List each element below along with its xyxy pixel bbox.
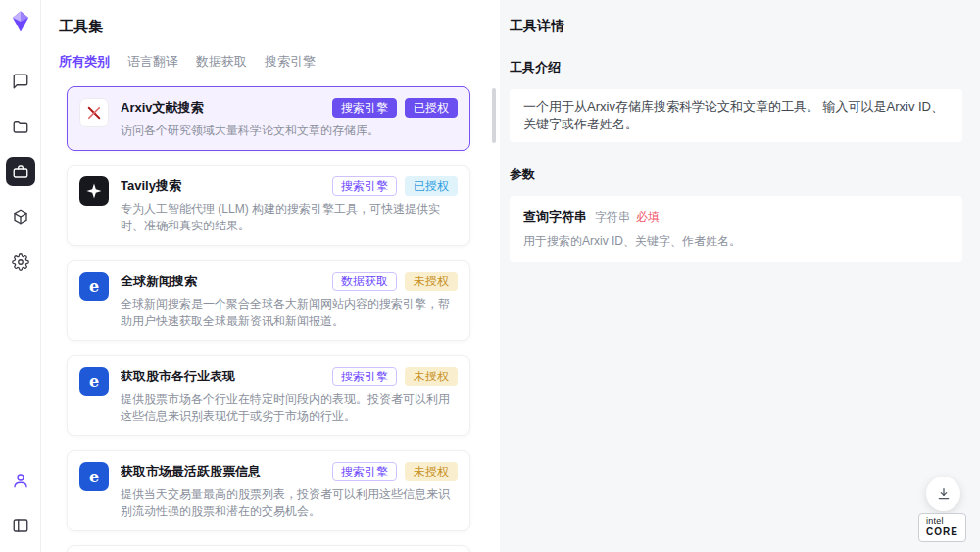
tool-category-badge: 搜索引擎 [332, 462, 397, 481]
tool-auth-badge: 未授权 [405, 272, 458, 291]
scrollbar-thumb[interactable] [492, 88, 496, 143]
chat-icon[interactable] [6, 67, 35, 96]
tool-category-badge: 搜索引擎 [332, 367, 397, 386]
tool-icon: e [79, 272, 109, 301]
intel-core-badge: intel CORE [918, 513, 966, 542]
tool-body: 获取股市各行业表现 搜索引擎 未授权 提供股票市场各个行业在特定时间段内的表现。… [121, 367, 458, 425]
tool-auth-badge: 未授权 [405, 367, 458, 386]
tool-auth-badge: 未授权 [405, 462, 458, 481]
category-tabs: 所有类别 语言翻译 数据获取 搜索引擎 [59, 53, 482, 71]
param-type: 字符串 [595, 209, 630, 226]
app-window: 工具集 所有类别 语言翻译 数据获取 搜索引擎 Arxiv文献搜索 搜索引擎 已… [0, 0, 980, 552]
tool-category-badge: 数据获取 [332, 272, 397, 291]
tool-detail-panel: 工具详情 工具介绍 一个用于从Arxiv存储库搜索科学论文和文章的工具。 输入可… [500, 0, 980, 552]
briefcase-icon[interactable] [6, 157, 35, 186]
tool-auth-badge: 已授权 [405, 98, 458, 118]
tool-name: Arxiv文献搜索 [121, 99, 324, 117]
user-icon[interactable] [6, 466, 35, 495]
param-description: 用于搜索的Arxiv ID、关键字、作者姓名。 [523, 233, 949, 250]
tool-card[interactable]: Arxiv文献搜索 搜索引擎 已授权 访问各个研究领域大量科学论文和文章的存储库… [67, 86, 470, 151]
detail-title: 工具详情 [510, 18, 962, 35]
tool-icon: e [79, 462, 109, 491]
app-logo-icon [9, 10, 32, 33]
tool-description: 全球新闻搜索是一个聚合全球各大新闻网站内容的搜索引擎，帮助用户快速获取全球最新资… [121, 296, 458, 329]
tool-list: Arxiv文献搜索 搜索引擎 已授权 访问各个研究领域大量科学论文和文章的存储库… [41, 84, 500, 552]
tool-icon [79, 176, 109, 206]
tool-icon: e [79, 367, 109, 396]
tool-name: Tavily搜索 [121, 177, 324, 195]
category-tab[interactable]: 所有类别 [59, 53, 110, 71]
tool-body: 全球新闻搜索 数据获取 未授权 全球新闻搜索是一个聚合全球各大新闻网站内容的搜索… [121, 272, 458, 329]
tool-name: 全球新闻搜索 [121, 273, 324, 290]
icon-rail [0, 0, 41, 552]
param-required-flag: 必填 [636, 209, 660, 226]
intro-section-title: 工具介绍 [510, 59, 962, 76]
tool-description: 专为人工智能代理 (LLM) 构建的搜索引擎工具，可快速提供实时、准确和真实的结… [121, 201, 458, 234]
tool-icon [79, 98, 109, 127]
tool-body: Tavily搜索 搜索引擎 已授权 专为人工智能代理 (LLM) 构建的搜索引擎… [121, 176, 458, 234]
param-card: 查询字符串 字符串 必填 用于搜索的Arxiv ID、关键字、作者姓名。 [510, 196, 962, 262]
package-icon[interactable] [6, 202, 35, 231]
tool-auth-badge: 已授权 [405, 176, 458, 196]
param-list: 查询字符串 字符串 必填 用于搜索的Arxiv ID、关键字、作者姓名。 [510, 196, 962, 262]
intel-core-text: CORE [926, 527, 958, 537]
download-icon [936, 486, 952, 502]
page-title: 工具集 [59, 18, 482, 36]
tool-list-panel: 工具集 所有类别 语言翻译 数据获取 搜索引擎 Arxiv文献搜索 搜索引擎 已… [41, 0, 500, 552]
tool-body: Arxiv文献搜索 搜索引擎 已授权 访问各个研究领域大量科学论文和文章的存储库… [121, 98, 458, 139]
category-tab[interactable]: 搜索引擎 [265, 53, 316, 71]
tool-name: 获取股市各行业表现 [121, 368, 324, 385]
tool-card[interactable]: e 获取股市各行业表现 搜索引擎 未授权 提供股票市场各个行业在特定时间段内的表… [67, 355, 470, 436]
category-tab[interactable]: 数据获取 [196, 53, 247, 71]
tool-description: 提供股票市场各个行业在特定时间段内的表现。投资者可以利用这些信息来识别表现优于或… [121, 391, 458, 425]
panel-toggle-icon[interactable] [6, 511, 35, 540]
download-button[interactable] [926, 477, 960, 511]
folder-icon[interactable] [6, 112, 35, 141]
intel-brand-text: intel [926, 517, 958, 527]
tool-body: 获取市场最活跃股票信息 搜索引擎 未授权 提供当天交易量最高的股票列表，投资者可… [121, 462, 458, 520]
tool-list-header: 工具集 所有类别 语言翻译 数据获取 搜索引擎 [41, 0, 500, 71]
tool-description: 访问各个研究领域大量科学论文和文章的存储库。 [121, 123, 458, 139]
tool-card[interactable]: 万维地区新闻查询 搜索引擎 未授权 查询具体行政区划内的新闻，快速了解各地新闻动 [67, 545, 470, 552]
params-section-title: 参数 [510, 166, 962, 183]
intro-card: 一个用于从Arxiv存储库搜索科学论文和文章的工具。 输入可以是Arxiv ID… [510, 89, 962, 142]
tool-card[interactable]: e 全球新闻搜索 数据获取 未授权 全球新闻搜索是一个聚合全球各大新闻网站内容的… [67, 260, 470, 341]
tool-card[interactable]: e 获取市场最活跃股票信息 搜索引擎 未授权 提供当天交易量最高的股票列表，投资… [67, 450, 470, 531]
settings-gear-icon[interactable] [6, 247, 35, 276]
tool-category-badge: 搜索引擎 [332, 176, 397, 196]
tool-card[interactable]: Tavily搜索 搜索引擎 已授权 专为人工智能代理 (LLM) 构建的搜索引擎… [67, 165, 470, 246]
tool-category-badge: 搜索引擎 [332, 98, 397, 118]
tool-description: 提供当天交易量最高的股票列表，投资者可以利用这些信息来识别流动性强的股票和潜在的… [121, 486, 458, 520]
category-tab[interactable]: 语言翻译 [127, 53, 178, 71]
param-name: 查询字符串 [523, 208, 587, 226]
tool-name: 获取市场最活跃股票信息 [121, 463, 324, 480]
